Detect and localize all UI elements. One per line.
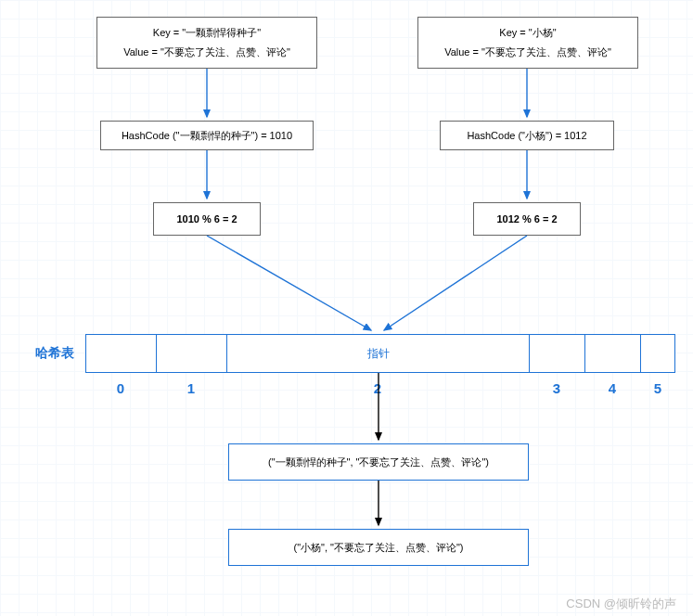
hashcode-right-text: HashCode ("小杨") = 1012 [467, 129, 586, 143]
entry-box-1: ("一颗剽悍的种子", "不要忘了关注、点赞、评论") [228, 443, 529, 481]
index-3: 3 [529, 380, 584, 396]
entry-1-text: ("一颗剽悍的种子", "不要忘了关注、点赞、评论") [268, 456, 489, 469]
hashtable-cell-3 [530, 335, 585, 372]
watermark: CSDN @倾昕铃的声 [566, 596, 676, 612]
index-4: 4 [584, 380, 640, 396]
hashtable-cell-2: 指针 [227, 335, 530, 372]
index-1: 1 [156, 380, 226, 396]
hashtable-indices: 0 1 2 3 4 5 [85, 380, 675, 396]
hashcode-left-text: HashCode ("一颗剽悍的种子") = 1010 [122, 129, 292, 143]
kv-right-key-value: "小杨" [529, 27, 557, 38]
mod-box-right: 1012 % 6 = 2 [473, 202, 581, 236]
kv-left-val-label: Value = [123, 46, 160, 58]
arrows-layer [0, 0, 693, 616]
hashcode-box-left: HashCode ("一颗剽悍的种子") = 1010 [100, 121, 314, 150]
kv-left-key: Key = "一颗剽悍得种子" [153, 26, 261, 40]
hashtable-cell-5 [641, 335, 674, 372]
kv-right-val-label: Value = [444, 46, 481, 58]
mod-box-left: 1010 % 6 = 2 [153, 202, 261, 236]
index-2: 2 [226, 380, 529, 396]
index-5: 5 [640, 380, 675, 396]
hashtable-cell-0 [86, 335, 157, 372]
hashcode-box-right: HashCode ("小杨") = 1012 [440, 121, 614, 150]
kv-right-val: Value = "不要忘了关注、点赞、评论" [444, 45, 611, 59]
pointer-label: 指针 [367, 346, 390, 362]
kv-right-val-value: "不要忘了关注、点赞、评论" [481, 46, 611, 58]
kv-box-right: Key = "小杨" Value = "不要忘了关注、点赞、评论" [417, 17, 638, 69]
hashtable-label: 哈希表 [35, 345, 74, 362]
kv-left-val-value: "不要忘了关注、点赞、评论" [160, 46, 290, 58]
mod-right-text: 1012 % 6 = 2 [496, 213, 557, 225]
arrow-conv-left [207, 236, 371, 330]
hashtable-cell-4 [585, 335, 641, 372]
arrow-conv-right [384, 236, 527, 330]
kv-right-key: Key = "小杨" [499, 26, 556, 40]
kv-box-left: Key = "一颗剽悍得种子" Value = "不要忘了关注、点赞、评论" [96, 17, 317, 69]
kv-left-key-value: "一颗剽悍得种子" [182, 27, 261, 38]
kv-left-key-label: Key = [153, 27, 183, 38]
mod-left-text: 1010 % 6 = 2 [176, 213, 237, 225]
hashtable: 指针 [85, 334, 675, 373]
entry-2-text: ("小杨", "不要忘了关注、点赞、评论") [293, 541, 463, 555]
kv-left-val: Value = "不要忘了关注、点赞、评论" [123, 45, 290, 59]
kv-right-key-label: Key = [499, 27, 529, 38]
hashtable-cell-1 [157, 335, 227, 372]
index-0: 0 [85, 380, 156, 396]
entry-box-2: ("小杨", "不要忘了关注、点赞、评论") [228, 529, 529, 566]
